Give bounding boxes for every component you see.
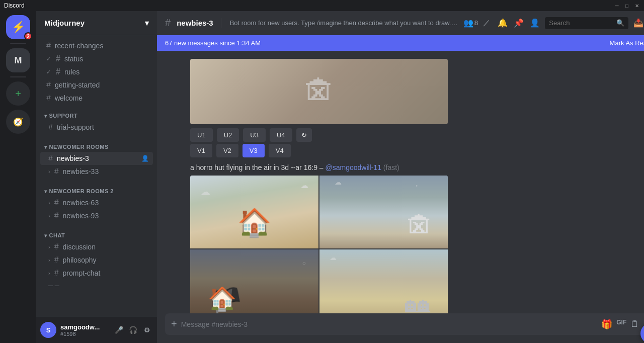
mute-btn[interactable]: 🎤 [113,324,125,336]
channel-item-rules[interactable]: ✓ # rules [40,65,153,78]
explore-btn[interactable]: 🧭 [6,110,30,134]
image-cell-top-right[interactable]: 🏚 ☁ • [319,176,448,248]
hash-icon: # [56,54,60,63]
deafen-btn[interactable]: 🎧 [127,324,139,336]
sidebar-divider [10,43,26,44]
category-arrow-icon: ▾ [44,189,47,194]
house-art-4: 🏘 ☁ [319,249,448,313]
previous-message: 🏚 U1 U2 U3 U4 ↻ V1 V2 V3 V4 [190,59,644,157]
sidebar-divider2 [10,76,26,77]
channel-item-discussion[interactable]: › # discussion [40,240,153,253]
bell-btn[interactable]: 🔔 [497,17,509,29]
slash-icon: ／ [483,19,490,28]
category-header-chat[interactable]: ▾ CHAT [36,224,157,240]
username: samgoodw... [60,323,109,331]
hash-icon: # [48,154,53,163]
category-header-newcomer2[interactable]: ▾ NEWCOMER ROOMS 2 [36,180,157,196]
user-settings-btn[interactable]: ⚙ [141,324,153,336]
category-label: NEWCOMER ROOMS 2 [49,188,114,194]
hash-icon: # [46,94,51,103]
image-cell-bottom-left[interactable]: 🏴 🏠 ○ [190,249,318,313]
channel-item-newbies-33[interactable]: › # newbies-33 [40,165,153,178]
gif-btn[interactable]: GIF [616,319,626,330]
discord-home-btn[interactable]: ⚡ 2 [6,15,30,39]
image-cell-bottom-right[interactable]: 🏘 ☁ [319,249,448,313]
channel-item-newbies-93[interactable]: › # newbies-93 [40,209,153,222]
server-midjourney-btn[interactable]: M [6,48,30,72]
user-avatar[interactable]: S [40,322,56,338]
prev-v2-btn[interactable]: V2 [216,144,238,157]
members-count: 8 [474,19,478,27]
channel-item-recent-changes[interactable]: # recent-changes [40,39,153,52]
inbox-btn[interactable]: 📥 [632,17,644,29]
members-list-btn[interactable]: 👤 [529,17,541,29]
speed-text: (fast) [383,163,399,172]
minimize-btn[interactable]: ─ [614,3,620,9]
sticker-btn[interactable]: 🗒 [630,319,639,330]
expand-icon: › [48,257,50,263]
image-cell-top-left[interactable]: 🏠 ☁ ☁ [190,176,318,248]
category-header-newcomer[interactable]: ▾ NEWCOMER ROOMS [36,136,157,152]
channel-name-label: newbies-63 [63,199,149,207]
prev-v1-btn[interactable]: V1 [190,144,212,157]
channel-name-label: prompt-chat [63,269,149,277]
members-icon: 👥 [463,18,473,28]
channel-item-prompt-chat[interactable]: › # prompt-chat [40,267,153,280]
message-input-container: + 🎁 GIF 🗒 😊 [165,313,644,335]
user-area: S samgoodw... #1598 🎤 🎧 ⚙ [36,317,157,343]
expand-icon: › [48,168,50,175]
channel-name-label: trial-support [57,123,149,131]
message-input-field[interactable] [181,314,598,334]
member-icon: 👤 [141,155,149,162]
prev-u2-btn[interactable]: U2 [217,128,239,142]
prev-v4-btn[interactable]: V4 [269,144,291,157]
channel-item-more[interactable]: ─ ─ [40,280,153,291]
channel-item-newbies-3[interactable]: # newbies-3 👤 [40,152,153,165]
channel-topic: Bot room for new users. Type /imagine th… [230,19,459,27]
channel-item-trial-support[interactable]: # trial-support [40,121,153,134]
new-messages-bar[interactable]: 67 new messages since 1:34 AM Mark As Re… [157,35,644,51]
channel-item-newbies-63[interactable]: › # newbies-63 [40,196,153,209]
house-art-3: 🏴 🏠 ○ [190,249,318,313]
channel-item-welcome[interactable]: # welcome [40,92,153,105]
mark-read-btn[interactable]: Mark As Read 🔖 [610,39,644,47]
hash-icon: # [54,255,59,265]
add-content-btn[interactable]: + [171,313,177,335]
channel-item-status[interactable]: ✓ # status [40,52,153,65]
check-icon: ✓ [46,56,51,62]
category-label: SUPPORT [49,113,78,119]
prev-v3-btn[interactable]: V3 [243,144,265,157]
add-server-btn[interactable]: + [6,81,30,106]
members-btn[interactable]: 👥 8 [464,17,476,29]
house-art-1: 🏠 ☁ ☁ [190,176,318,248]
channel-item-getting-started[interactable]: # getting-started [40,78,153,92]
search-input[interactable] [549,19,614,27]
channel-header-hash-icon: # [165,17,171,29]
close-btn[interactable]: ✕ [634,3,640,9]
message-prompt: a horro hut flying in the air in 3d --ar… [190,163,644,172]
search-bar[interactable]: 🔍 [545,17,628,29]
server-name: Midjourney [44,19,85,27]
prev-u4-btn[interactable]: U4 [270,128,292,142]
server-sidebar: ⚡ 2 M + 🧭 [0,11,36,343]
mention-text[interactable]: @samgoodwill-11 [325,163,381,172]
slash-btn[interactable]: ／ [480,17,493,29]
category-arrow-icon: ▾ [44,233,47,238]
prev-image-placeholder: 🏚 [304,74,334,109]
hash-icon: # [54,242,59,251]
server-header[interactable]: Midjourney ▾ [36,11,157,35]
prev-refresh-btn[interactable]: ↻ [296,128,312,142]
gift-btn[interactable]: 🎁 [601,319,612,330]
discord-logo: ⚡ [12,21,25,34]
maximize-btn[interactable]: □ [624,3,630,9]
pin-btn[interactable]: 📌 [513,17,525,29]
prompt-text: a horro hut flying in the air in 3d --ar… [190,163,325,172]
messages-area: 🏚 U1 U2 U3 U4 ↻ V1 V2 V3 V4 [157,51,644,313]
prev-u1-btn[interactable]: U1 [190,128,213,142]
channel-sidebar: Midjourney ▾ # recent-changes ✓ # status… [36,11,157,343]
category-header-support[interactable]: ▾ SUPPORT [36,105,157,121]
category-arrow-icon: ▾ [44,113,47,119]
channel-item-philosophy[interactable]: › # philosophy [40,253,153,267]
main-content: # newbies-3 Bot room for new users. Type… [157,11,644,343]
prev-u3-btn[interactable]: U3 [243,128,266,142]
